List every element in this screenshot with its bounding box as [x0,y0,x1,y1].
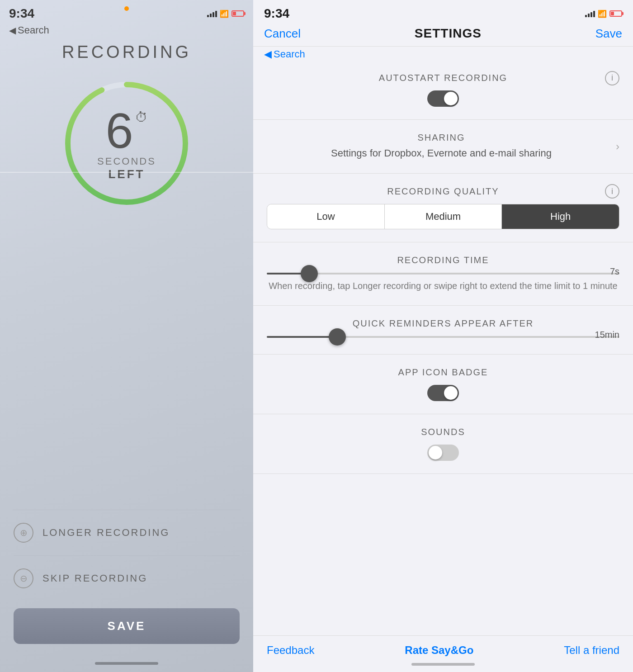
battery-fill-right [611,12,614,15]
autostart-info-icon[interactable]: i [605,71,619,85]
sharing-desc: Settings for Dropbox, Evernote and e-mai… [267,147,616,161]
wifi-icon-left: 📶 [220,9,229,18]
recording-time-slider-container: 7s [267,273,619,274]
back-nav-right: ◀ Search [253,47,633,60]
signal-bar-3 [213,12,214,17]
back-button-left[interactable]: ◀ Search [9,24,244,36]
save-button-left[interactable]: SAVE [14,608,240,644]
autostart-toggle-knob [444,92,458,105]
sig-r-3 [590,12,592,17]
recording-time-track [267,273,619,274]
status-icons-left: 📶 [207,9,244,18]
quality-title: RECORDING QUALITY [387,186,499,197]
app-icon-badge-knob [444,386,458,400]
sig-r-2 [588,14,590,17]
skip-recording-row[interactable]: ⊖ SKIP RECORDING [14,556,240,601]
quality-info-icon[interactable]: i [605,184,619,199]
status-icons-right: 📶 [585,9,622,18]
longer-recording-row[interactable]: ⊕ LONGER RECORDING [14,510,240,556]
nav-bar-right: Cancel SETTINGS Save [253,23,633,47]
battery-fill-left [233,12,236,15]
autostart-header: AUTOSTART RECORDING i [267,73,619,83]
quick-reminders-title: QUICK REMINDERS APPEAR AFTER [267,318,619,329]
quick-reminders-section: QUICK REMINDERS APPEAR AFTER 15min [253,306,633,355]
longer-recording-label: LONGER RECORDING [43,527,170,539]
signal-bars-right [585,10,595,17]
sounds-toggle-knob [429,446,442,459]
tab-rate[interactable]: Rate Say&Go [405,644,473,657]
quick-reminders-track [267,336,619,338]
tab-feedback[interactable]: Feedback [267,644,314,657]
bg-line [0,172,253,173]
app-icon-badge-section: APP ICON BADGE [253,355,633,414]
left-panel: 9:34 📶 ◀ Search RECORDING [0,0,253,672]
quality-low-btn[interactable]: Low [267,204,385,229]
sig-r-4 [593,11,595,17]
skip-recording-icon: ⊖ [14,568,33,588]
sounds-title: SOUNDS [267,427,619,437]
settings-content: AUTOSTART RECORDING i SHARING Settings f… [253,60,633,635]
sharing-content: SHARING Settings for Dropbox, Evernote a… [267,133,616,161]
signal-bars-left [207,10,217,17]
settings-title: SETTINGS [415,26,482,41]
signal-bar-2 [210,14,212,17]
orange-dot-indicator [124,6,129,11]
battery-icon-right [609,10,622,17]
skip-recording-label: SKIP RECORDING [43,573,147,584]
back-button-right[interactable]: ◀ Search [264,48,622,60]
sounds-section: SOUNDS [253,414,633,474]
sounds-toggle[interactable] [427,445,459,461]
sharing-row: SHARING Settings for Dropbox, Evernote a… [267,133,619,161]
sounds-toggle-container [267,445,619,461]
status-bar-right: 9:34 📶 [253,0,633,23]
quick-reminders-thumb[interactable] [329,328,346,345]
autostart-section: AUTOSTART RECORDING i [253,60,633,120]
right-panel: 9:34 📶 Cancel SETTINGS Save ◀ Search [253,0,633,672]
sig-r-1 [585,15,587,17]
bottom-actions: ⊕ LONGER RECORDING ⊖ SKIP RECORDING SAVE [0,510,253,658]
recording-time-hint: When recording, tap Longer recording or … [267,279,619,293]
autostart-title: AUTOSTART RECORDING [379,73,507,83]
quick-reminders-fill [267,336,337,338]
autostart-toggle[interactable] [427,90,459,107]
app-icon-badge-toggle[interactable] [427,385,459,401]
recording-time-title: RECORDING TIME [267,255,619,265]
recording-time-section: RECORDING TIME 7s When recording, tap Lo… [253,242,633,306]
recording-time-value: 7s [610,266,619,277]
quality-buttons: Low Medium High [267,204,619,229]
timer-number: 6 ⏱ [105,106,147,156]
app-icon-badge-toggle-container [267,385,619,401]
timer-inner: 6 ⏱ SECONDS LEFT [97,106,156,181]
bottom-tab-bar: Feedback Rate Say&Go Tell a friend [253,635,633,657]
quality-high-btn[interactable]: High [502,204,619,229]
signal-bar-1 [207,15,209,17]
save-button-right[interactable]: Save [595,27,622,41]
back-chevron-right: ◀ [264,48,272,60]
circle-timer: 6 ⏱ SECONDS LEFT [59,76,194,211]
quick-reminders-value: 15min [595,330,619,340]
back-label-right: Search [274,48,305,60]
signal-bar-4 [215,11,217,17]
cancel-button[interactable]: Cancel [264,27,301,41]
time-right: 9:34 [264,6,289,21]
recording-time-thumb[interactable] [301,265,318,282]
back-label-left: Search [18,24,49,36]
quality-section: RECORDING QUALITY i Low Medium High [253,174,633,242]
timer-left-label: LEFT [108,167,145,181]
sharing-chevron: › [616,140,619,153]
sharing-section[interactable]: SHARING Settings for Dropbox, Evernote a… [253,120,633,174]
timer-seconds-label: SECONDS [97,156,156,167]
status-bar-left: 9:34 📶 [0,0,253,23]
tab-tell-friend[interactable]: Tell a friend [564,644,619,657]
back-chevron-left: ◀ [9,25,16,36]
recording-title: RECORDING [62,43,191,62]
longer-recording-icon: ⊕ [14,523,33,543]
home-indicator-left [95,662,158,665]
quick-reminders-slider-container: 15min [267,336,619,338]
quality-medium-btn[interactable]: Medium [385,204,502,229]
clock-icon: ⏱ [135,111,148,124]
battery-icon-left [231,10,244,17]
quality-header: RECORDING QUALITY i [267,186,619,197]
autostart-toggle-container [267,90,619,107]
nav-left: ◀ Search [0,23,253,38]
